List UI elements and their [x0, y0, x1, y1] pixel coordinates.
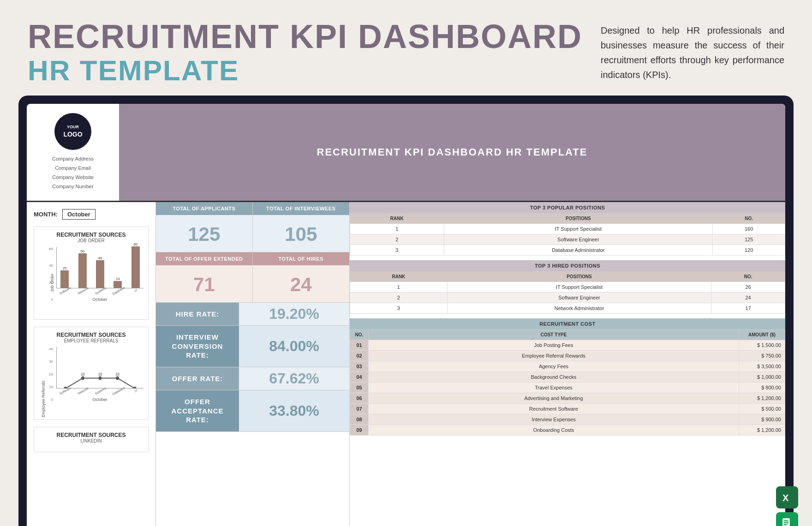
hired-col-rank: RANK: [350, 271, 448, 281]
kpi-hires: TOTAL OF HIRES 24: [253, 252, 350, 302]
month-input[interactable]: October: [62, 209, 96, 220]
hired-row-1: 1 IT Support Specialist 26: [350, 281, 785, 292]
company-address: Company Address: [52, 155, 94, 164]
popular-no-1: 160: [713, 223, 785, 234]
cost-row-8: 08 Interview Expenses $ 900.00: [350, 414, 785, 424]
chart2-x-labels: Software Network Systems Database IT: [56, 389, 143, 393]
logo-text: LOGO: [63, 130, 82, 138]
header-title-block: RECRUITMENT KPI DASHBOARD HR TEMPLATE: [28, 18, 582, 86]
hire-rate-label-cell: HIRE RATE:: [156, 303, 239, 326]
hire-rate-row: HIRE RATE: 19.20%: [156, 302, 349, 326]
cost-amount-2: $ 750.00: [739, 350, 785, 361]
bar-software-rect: [60, 270, 69, 288]
hire-rate-value-cell: 19.20%: [239, 303, 349, 326]
hired-pos-1: IT Support Specialist: [447, 281, 711, 292]
bar-it-rect: [131, 246, 140, 288]
dashboard-title: RECRUITMENT KPI DASHBOARD HR TEMPLATE: [317, 146, 588, 158]
hired-positions-header-row: RANK POSITIONS NO.: [350, 271, 785, 281]
bar-systems: 40: [92, 256, 108, 288]
hired-row-3: 3 Network Administrator 17: [350, 303, 785, 313]
popular-no-2: 125: [713, 234, 785, 245]
dashboard-header: YOUR LOGO Company Address Company Email …: [27, 104, 785, 202]
month-label: MONTH:: [34, 211, 58, 218]
cost-type-4: Background Checks: [369, 371, 739, 382]
kpi-offer: TOTAL OF OFFER EXTENDED 71: [156, 252, 253, 302]
hired-positions-header: TOP 3 HIRED POSITIONS: [350, 260, 785, 271]
popular-row-1: 1 IT Support Specialist 160: [350, 223, 785, 234]
popular-row-2: 2 Software Engineer 125: [350, 234, 785, 245]
popular-rank-3: 3: [350, 245, 444, 255]
hired-rank-2: 2: [350, 292, 448, 303]
hired-positions-table: RANK POSITIONS NO. 1 IT Support Speciali…: [350, 271, 785, 314]
cost-no-3: 03: [350, 361, 369, 371]
col-rank: RANK: [350, 213, 444, 223]
offer-rate-row: OFFER RATE: 67.62%: [156, 367, 349, 391]
cost-no-7: 07: [350, 403, 369, 414]
chart2-x-label: October: [56, 397, 143, 402]
bar-it: 60: [128, 242, 143, 288]
hired-pos-2: Software Engineer: [447, 292, 711, 303]
svg-text:X: X: [782, 493, 789, 503]
popular-no-3: 120: [713, 245, 785, 255]
hired-no-3: 17: [711, 303, 785, 313]
hired-positions-body: 1 IT Support Specialist 26 2 Software En…: [350, 281, 785, 313]
offer-accept-row: OFFER ACCEPTANCE RATE: 33.80%: [156, 390, 349, 432]
sub-title: HR TEMPLATE: [28, 55, 582, 86]
popular-positions-table: RANK POSITIONS NO. 1 IT Support Speciali…: [350, 213, 785, 256]
chart2-subtitle: EMPLOYEE REFERRALS: [39, 338, 143, 343]
chart1-section: RECRUITMENT SOURCES JOB ORDER 60 40 20 0…: [34, 227, 149, 320]
hired-row-2: 2 Software Engineer 24: [350, 292, 785, 303]
cost-type-5: Travel Expenses: [369, 382, 739, 393]
recruitment-cost-table: NO. COST TYPE AMOUNT ($) 01 Job Posting …: [350, 329, 785, 436]
chart2-container: 40 30 20 10 0 Employee Referrals: [39, 347, 143, 415]
popular-positions-body: 1 IT Support Specialist 160 2 Software E…: [350, 223, 785, 255]
cost-row-4: 04 Background Checks $ 1,000.00: [350, 371, 785, 382]
popular-rank-2: 2: [350, 234, 444, 245]
sheets-icon[interactable]: [776, 512, 798, 526]
excel-icon[interactable]: X: [776, 486, 798, 508]
cost-type-2: Employee Referral Rewards: [369, 350, 739, 361]
chart2-y-label: Employee Referrals: [41, 381, 46, 417]
cost-row-2: 02 Employee Referral Rewards $ 750.00: [350, 350, 785, 361]
hire-rate-value: 19.20%: [269, 305, 319, 323]
chart2-title: RECRUITMENT SOURCES: [39, 332, 143, 338]
svg-point-2: [99, 376, 102, 380]
offer-accept-label-cell: OFFER ACCEPTANCE RATE:: [156, 390, 239, 431]
cost-table-body: 01 Job Posting Fees $ 1,500.00 02 Employ…: [350, 340, 785, 435]
offer-accept-value-cell: 33.80%: [239, 390, 349, 431]
logo-circle: YOUR LOGO: [54, 113, 91, 150]
cost-type-8: Interview Expenses: [369, 414, 739, 424]
popular-positions-header-row: RANK POSITIONS NO.: [350, 213, 785, 223]
header-description: Designed to help HR professionals and bu…: [601, 18, 784, 82]
chart3-title: RECRUITMENT SOURCES: [39, 432, 143, 438]
cost-col-type: COST TYPE: [369, 329, 739, 340]
kpi-applicants-value: 125: [188, 223, 220, 245]
cost-row-5: 05 Travel Expenses $ 800.00: [350, 382, 785, 393]
popular-rank-1: 1: [350, 223, 444, 234]
chart1-x-labels: Software Network Systems Database IT: [56, 289, 143, 293]
excel-svg: X: [781, 491, 794, 504]
cost-no-9: 09: [350, 424, 369, 435]
cost-col-amount: AMOUNT ($): [739, 329, 785, 340]
hired-rank-1: 1: [350, 281, 448, 292]
col-no: NO.: [713, 213, 785, 223]
svg-point-4: [133, 387, 137, 389]
middle-column: TOTAL OF APPLICANTS 125 TOTAL OF INTERVI…: [156, 202, 350, 526]
kpi-applicants-header: TOTAL OF APPLICANTS: [156, 202, 252, 215]
month-row: MONTH: October: [34, 209, 149, 220]
svg-rect-11: [784, 522, 788, 523]
cost-amount-6: $ 1,200.00: [739, 393, 785, 403]
bar-database-rect: [113, 281, 122, 288]
left-column: MONTH: October RECRUITMENT SOURCES JOB O…: [27, 202, 156, 526]
svg-rect-10: [784, 520, 788, 521]
cost-header-row: NO. COST TYPE AMOUNT ($): [350, 329, 785, 340]
svg-point-3: [116, 376, 119, 380]
cost-row-1: 01 Job Posting Fees $ 1,500.00: [350, 340, 785, 350]
svg-text:10: 10: [98, 371, 102, 377]
kpi-top-grid: TOTAL OF APPLICANTS 125 TOTAL OF INTERVI…: [156, 202, 349, 252]
kpi-interviewees: TOTAL OF INTERVIEWEES 105: [253, 202, 350, 252]
cost-col-no: NO.: [350, 329, 369, 340]
main-title: RECRUITMENT KPI DASHBOARD: [28, 18, 582, 55]
company-info: Company Address Company Email Company We…: [52, 155, 94, 191]
chart1-x-label: October: [56, 297, 143, 302]
